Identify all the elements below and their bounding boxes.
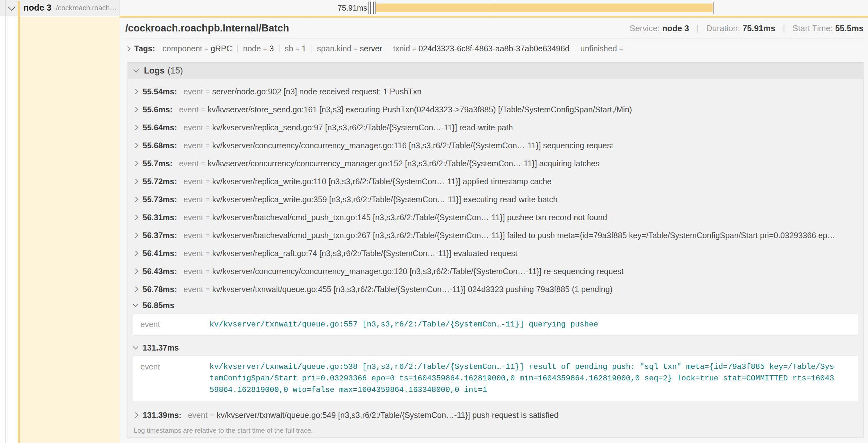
log-message: kv/kvserver/concurrency/concurrency_mana… [212,141,613,150]
log-entries-list: 55.54ms:event=server/node.go:902 [n3] no… [128,79,863,424]
log-timestamp: 55.7ms: [143,159,173,168]
log-field-key: event [183,267,203,276]
tag-value: server [360,44,382,53]
span-bar-row[interactable]: node 3 /cockroach.roach… 75.91ms [0,0,868,16]
log-entry-row[interactable]: 55.72ms:event=kv/kvserver/replica_write.… [128,172,863,190]
log-entry-row[interactable]: 56.43ms:event=kv/kvserver/concurrency/co… [128,262,863,280]
log-timestamp: 55.64ms: [143,123,177,132]
log-entry-row[interactable]: 56.41ms:event=kv/kvserver/replica_raft.g… [128,244,863,262]
log-collapse-chevron-icon[interactable] [133,344,138,349]
log-entry-row[interactable]: 55.6ms:event=kv/kvserver/store_send.go:1… [128,100,863,118]
tag-key: node [243,44,261,53]
tag-equals: = [354,45,358,53]
span-duration-bar[interactable] [376,3,713,12]
log-entry-expanded-header[interactable]: 131.37ms [128,341,863,355]
log-equals: = [206,213,210,221]
log-timestamp: 56.41ms: [143,249,177,258]
span-duration-label: 75.91ms [290,0,367,16]
log-message: kv/kvserver/concurrency/concurrency_mana… [212,267,623,276]
span-operation-title: /cockroach.roachpb.Internal/Batch [125,23,289,34]
tags-expand-chevron-icon[interactable] [125,46,131,52]
tag-value: 3 [269,44,274,53]
log-field-key: event [183,177,203,186]
log-expand-chevron-icon[interactable] [133,233,138,238]
tag-equals: = [205,45,209,53]
log-equals: = [206,177,210,185]
log-entry-row[interactable]: 131.39ms:event=kv/kvserver/txnwait/queue… [128,406,863,424]
log-field-key: event [179,159,198,168]
log-expand-chevron-icon[interactable] [133,125,138,130]
log-event-box: eventkv/kvserver/txnwait/queue.go:557 [n… [133,314,858,336]
log-expand-chevron-icon[interactable] [133,107,138,112]
log-equals: = [206,285,210,293]
span-tick-marks [369,2,376,14]
log-entry-row[interactable]: 56.78ms:event=kv/kvserver/txnwait/queue.… [128,280,863,298]
log-equals: = [206,249,210,257]
log-field-key: event [133,319,210,329]
tag-key: unfinished [581,44,617,53]
log-equals: = [206,88,210,95]
meta-divider: | [783,24,785,33]
log-message: kv/kvserver/batcheval/cmd_push_txn.go:14… [212,213,607,222]
log-entry-row[interactable]: 56.31ms:event=kv/kvserver/batcheval/cmd_… [128,208,863,226]
span-operation-name: /cockroach.roach… [56,4,117,12]
log-field-key: event [183,123,203,132]
tag-equals: = [619,45,623,53]
log-equals: = [210,411,214,419]
log-timestamp: 55.72ms: [143,177,177,186]
log-entry-row[interactable]: 55.68ms:event=kv/kvserver/concurrency/co… [128,136,863,155]
log-message: kv/kvserver/replica_send.go:97 [n3,s3,r6… [212,123,513,132]
trace-timeline-view: node 3 /cockroach.roach… 75.91ms /cockro… [0,0,868,443]
log-expand-chevron-icon[interactable] [133,89,138,94]
selected-row-highlight [20,17,120,443]
log-field-key: event [183,249,203,258]
tag-equals: = [412,45,416,53]
log-entry-row[interactable]: 55.64ms:event=kv/kvserver/replica_send.g… [128,118,863,136]
log-timestamp: 55.6ms: [143,105,173,114]
log-expand-chevron-icon[interactable] [133,143,138,148]
tag-item: span.kind=server [312,44,388,53]
tags-row[interactable]: Tags: component=gRPCnode=3sb=1span.kind=… [120,39,868,58]
tag-item: txnid=024d3323-6c8f-4863-aa8b-37ab0e6349… [388,44,575,53]
logs-collapse-chevron-icon[interactable] [134,67,139,73]
log-message: kv/kvserver/concurrency/concurrency_mana… [208,159,600,168]
collapse-children-chevron-icon[interactable] [8,3,16,11]
log-entry-row[interactable]: 55.54ms:event=server/node.go:902 [n3] no… [128,82,863,100]
log-field-key: event [183,141,203,150]
tag-value: 024d3323-6c8f-4863-aa8b-37ab0e63496d [418,44,569,53]
duration-value: 75.91ms [742,24,775,33]
tag-item: unfinished= [575,44,631,53]
log-collapse-chevron-icon[interactable] [133,302,138,307]
log-entry-row[interactable]: 55.7ms:event=kv/kvserver/concurrency/con… [128,155,863,172]
tag-key: span.kind [317,44,351,53]
log-field-row: eventkv/kvserver/txnwait/queue.go:538 [n… [133,361,858,396]
log-expand-chevron-icon[interactable] [133,269,138,274]
log-entry-row[interactable]: 56.37ms:event=kv/kvserver/batcheval/cmd_… [128,226,863,244]
log-expand-chevron-icon[interactable] [133,179,138,184]
log-timestamp: 131.39ms: [143,411,182,420]
log-expand-chevron-icon[interactable] [133,251,138,256]
start-time-label: Start Time: [793,24,833,33]
log-equals: = [206,267,210,275]
log-entry-row[interactable]: 55.73ms:event=kv/kvserver/replica_write.… [128,190,863,208]
log-expand-chevron-icon[interactable] [133,412,138,418]
log-timestamp: 56.85ms [143,301,175,310]
detail-header: /cockroach.roachpb.Internal/Batch Servic… [120,18,868,38]
log-timestamp: 56.31ms: [143,213,177,222]
log-event-box: eventkv/kvserver/txnwait/queue.go:538 [n… [133,356,858,401]
service-value: node 3 [662,24,689,33]
logs-title: Logs [144,66,165,76]
log-expand-chevron-icon[interactable] [133,215,138,220]
logs-section: Logs (15) 55.54ms:event=server/node.go:9… [127,62,864,438]
logs-accordion-header[interactable]: Logs (15) [128,63,863,79]
log-entry-expanded-header[interactable]: 56.85ms [128,298,863,312]
tag-item: node=3 [238,44,279,53]
log-field-key: event [179,105,198,114]
tag-value: 1 [302,44,306,53]
log-message: kv/kvserver/batcheval/cmd_push_txn.go:26… [212,231,835,240]
log-expand-chevron-icon[interactable] [133,287,138,292]
tag-key: sb [285,44,293,53]
log-expand-chevron-icon[interactable] [133,161,138,166]
log-message: kv/kvserver/replica_raft.go:74 [n3,s3,r6… [212,249,517,258]
log-expand-chevron-icon[interactable] [133,197,138,202]
